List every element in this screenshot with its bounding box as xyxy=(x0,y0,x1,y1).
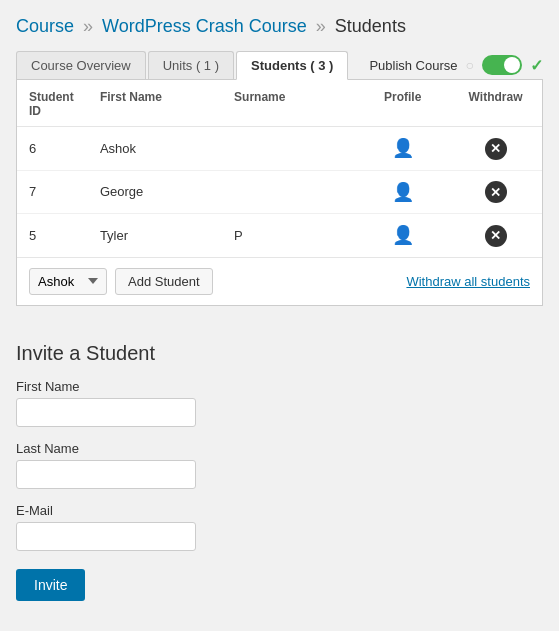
cell-surname xyxy=(222,127,356,171)
cell-id: 7 xyxy=(17,170,88,214)
col-header-id: Student ID xyxy=(17,80,88,127)
cell-firstname: Ashok xyxy=(88,127,222,171)
breadcrumb-course[interactable]: Course xyxy=(16,16,74,36)
invite-section: Invite a Student First Name Last Name E-… xyxy=(16,326,543,601)
cell-id: 6 xyxy=(17,127,88,171)
cell-withdraw: ✕ xyxy=(449,214,542,257)
withdraw-button[interactable]: ✕ xyxy=(485,224,507,247)
tabs-bar: Course Overview Units ( 1 ) Students ( 3… xyxy=(16,51,543,80)
withdraw-button[interactable]: ✕ xyxy=(485,137,507,160)
table-row: 6 Ashok 👤 ✕ xyxy=(17,127,542,171)
cell-firstname: George xyxy=(88,170,222,214)
table-row: 7 George 👤 ✕ xyxy=(17,170,542,214)
breadcrumb-wp-crash-course[interactable]: WordPress Crash Course xyxy=(102,16,307,36)
form-group-firstname: First Name xyxy=(16,379,543,427)
withdraw-all-button[interactable]: Withdraw all students xyxy=(406,274,530,289)
breadcrumb-students: Students xyxy=(335,16,406,36)
publish-toggle[interactable] xyxy=(482,55,522,75)
invite-email-input[interactable] xyxy=(16,522,196,551)
student-select[interactable]: AshokGeorgeTyler xyxy=(29,268,107,295)
cell-firstname: Tyler xyxy=(88,214,222,257)
profile-icon[interactable]: 👤 xyxy=(392,138,414,158)
withdraw-button[interactable]: ✕ xyxy=(485,181,507,204)
col-header-firstname: First Name xyxy=(88,80,222,127)
publish-check-icon: ✓ xyxy=(530,56,543,75)
withdraw-x-icon: ✕ xyxy=(485,181,507,203)
students-table: Student ID First Name Surname Profile Wi… xyxy=(17,80,542,257)
table-footer: AshokGeorgeTyler Add Student Withdraw al… xyxy=(17,257,542,305)
tab-students[interactable]: Students ( 3 ) xyxy=(236,51,348,80)
cell-id: 5 xyxy=(17,214,88,257)
add-student-button[interactable]: Add Student xyxy=(115,268,213,295)
cell-withdraw: ✕ xyxy=(449,170,542,214)
cell-withdraw: ✕ xyxy=(449,127,542,171)
profile-icon[interactable]: 👤 xyxy=(392,225,414,245)
lastname-label: Last Name xyxy=(16,441,543,456)
col-header-profile: Profile xyxy=(356,80,449,127)
invite-title: Invite a Student xyxy=(16,342,543,365)
invite-button[interactable]: Invite xyxy=(16,569,85,601)
profile-icon[interactable]: 👤 xyxy=(392,182,414,202)
col-header-surname: Surname xyxy=(222,80,356,127)
footer-left: AshokGeorgeTyler Add Student xyxy=(29,268,213,295)
form-group-email: E-Mail xyxy=(16,503,543,551)
withdraw-x-icon: ✕ xyxy=(485,138,507,160)
invite-firstname-input[interactable] xyxy=(16,398,196,427)
cell-profile: 👤 xyxy=(356,127,449,171)
publish-area: Publish Course ○ ✓ xyxy=(369,55,543,75)
sep1: » xyxy=(83,16,98,36)
form-group-lastname: Last Name xyxy=(16,441,543,489)
withdraw-x-icon: ✕ xyxy=(485,225,507,247)
cell-profile: 👤 xyxy=(356,170,449,214)
firstname-label: First Name xyxy=(16,379,543,394)
sep2: » xyxy=(316,16,331,36)
cell-surname: P xyxy=(222,214,356,257)
publish-status-icon: ○ xyxy=(466,57,474,73)
invite-lastname-input[interactable] xyxy=(16,460,196,489)
cell-surname xyxy=(222,170,356,214)
col-header-withdraw: Withdraw xyxy=(449,80,542,127)
breadcrumb: Course » WordPress Crash Course » Studen… xyxy=(16,16,543,37)
content-panel: Student ID First Name Surname Profile Wi… xyxy=(16,80,543,306)
tab-course-overview[interactable]: Course Overview xyxy=(16,51,146,79)
table-row: 5 Tyler P 👤 ✕ xyxy=(17,214,542,257)
tab-units[interactable]: Units ( 1 ) xyxy=(148,51,234,79)
email-label: E-Mail xyxy=(16,503,543,518)
publish-label: Publish Course xyxy=(369,58,457,73)
toggle-knob xyxy=(504,57,520,73)
cell-profile: 👤 xyxy=(356,214,449,257)
